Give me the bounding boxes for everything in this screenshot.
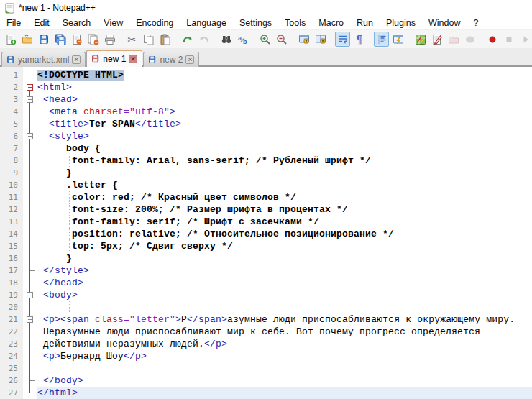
replace-button[interactable]: ab bbox=[235, 32, 250, 47]
fold-line bbox=[29, 326, 30, 338]
menu-item-run[interactable]: Run bbox=[350, 17, 380, 29]
paste-button[interactable] bbox=[157, 32, 173, 47]
menu-item-plugins[interactable]: Plugins bbox=[380, 17, 422, 29]
close-file-icon bbox=[71, 34, 83, 45]
zoom-in-button[interactable] bbox=[257, 32, 272, 47]
tab-close-icon[interactable]: ✕ bbox=[185, 55, 194, 64]
fold-collapse-icon[interactable] bbox=[27, 84, 33, 91]
indent-guide-line bbox=[69, 216, 70, 228]
indent-guide-icon bbox=[376, 34, 387, 45]
menu-item-tools[interactable]: Tools bbox=[278, 17, 312, 29]
menu-item-view[interactable]: View bbox=[97, 17, 129, 29]
fold-collapse-icon[interactable] bbox=[27, 96, 33, 103]
print-button[interactable] bbox=[102, 32, 117, 47]
menu-item-help[interactable]: ? bbox=[467, 17, 485, 29]
code-line-12[interactable]: font-size: 200%; /* Размер шрифта в проц… bbox=[37, 203, 532, 216]
line-number: 17 bbox=[0, 265, 23, 277]
close-all-button[interactable] bbox=[86, 32, 101, 47]
code-token: > bbox=[170, 106, 175, 117]
code-line-3[interactable]: <head> bbox=[37, 93, 532, 106]
project-folder-icon bbox=[448, 34, 459, 45]
fold-collapse-icon[interactable] bbox=[27, 316, 33, 323]
fold-line bbox=[29, 106, 30, 118]
line-number: 3 bbox=[0, 93, 23, 106]
document-map-button[interactable] bbox=[390, 32, 405, 47]
record-macro-button[interactable] bbox=[485, 32, 500, 47]
edit-with-pen-icon bbox=[431, 34, 443, 45]
tab-new-1[interactable]: new 1✕ bbox=[86, 50, 142, 67]
indent-guide-button[interactable] bbox=[374, 32, 389, 47]
fold-cell bbox=[23, 265, 37, 277]
close-file-button[interactable] bbox=[69, 32, 84, 47]
fold-cell bbox=[23, 252, 37, 265]
fold-line bbox=[29, 228, 30, 240]
fold-line bbox=[29, 203, 30, 216]
code-line-20[interactable] bbox=[37, 301, 532, 313]
code-line-8[interactable]: font-family: Arial, sans-serif; /* Рубле… bbox=[37, 155, 532, 167]
tab-close-icon[interactable]: ✕ bbox=[72, 55, 81, 64]
editor[interactable]: 1234567891011121314151617181920212223242… bbox=[0, 67, 532, 399]
show-all-chars-button[interactable]: ¶ bbox=[352, 32, 367, 47]
menu-item-window[interactable]: Window bbox=[422, 17, 467, 29]
code-token: <head> bbox=[37, 94, 78, 105]
fold-line bbox=[29, 191, 30, 203]
copy-icon bbox=[143, 34, 155, 45]
show-all-chars-icon: ¶ bbox=[354, 34, 365, 45]
code-token: <title> bbox=[37, 119, 89, 129]
code-line-19[interactable]: <body> bbox=[37, 289, 532, 301]
menu-item-macro[interactable]: Macro bbox=[312, 17, 350, 29]
tab-yamarket-xml[interactable]: yamarket.xml✕ bbox=[1, 52, 86, 67]
sync-vertical-button[interactable] bbox=[296, 32, 311, 47]
tab-new-2[interactable]: new 2✕ bbox=[143, 52, 199, 67]
line-number: 11 bbox=[0, 191, 23, 203]
menu-item-file[interactable]: File bbox=[0, 17, 27, 29]
find-button[interactable] bbox=[219, 32, 234, 47]
code-line-11[interactable]: color: red; /* Красный цвет символов */ bbox=[37, 191, 532, 203]
menu-item-search[interactable]: Search bbox=[56, 17, 98, 29]
code-line-1[interactable]: <!DOCTYPE HTML> bbox=[37, 69, 532, 81]
code-line-24[interactable]: <p>Бернард Шоу</p> bbox=[37, 350, 532, 362]
word-wrap-button[interactable] bbox=[335, 32, 350, 47]
code-token: <meta bbox=[37, 106, 83, 117]
save-button[interactable] bbox=[36, 32, 51, 47]
code-line-17[interactable]: </style> bbox=[37, 265, 532, 277]
menu-item-encoding[interactable]: Encoding bbox=[129, 17, 180, 29]
cut-button[interactable]: ✂ bbox=[124, 32, 139, 47]
code-line-6[interactable]: <style> bbox=[37, 130, 532, 142]
code-line-22[interactable]: Неразумные люди приспосабливают мир к се… bbox=[37, 326, 532, 338]
code-area[interactable]: <!DOCTYPE HTML><html> <head> <meta chars… bbox=[37, 67, 532, 399]
new-file-button[interactable] bbox=[3, 32, 18, 47]
replace-icon: ab bbox=[237, 34, 249, 45]
code-line-13[interactable]: font-family: serif; /* Шрифт с засечками… bbox=[37, 216, 532, 228]
code-line-27[interactable]: </html> bbox=[37, 387, 532, 399]
code-line-25[interactable] bbox=[37, 362, 532, 375]
view-in-browser-button[interactable] bbox=[413, 32, 428, 47]
tab-close-icon[interactable]: ✕ bbox=[129, 55, 137, 63]
code-line-16[interactable]: } bbox=[37, 252, 532, 265]
code-token: </html> bbox=[37, 387, 78, 398]
menu-item-settings[interactable]: Settings bbox=[233, 17, 278, 29]
menu-item-edit[interactable]: Edit bbox=[27, 17, 56, 29]
sync-horizontal-button[interactable] bbox=[313, 32, 328, 47]
code-line-21[interactable]: <p><span class="letter">Р</span>азумные … bbox=[37, 313, 532, 326]
zoom-out-button[interactable] bbox=[274, 32, 289, 47]
code-line-10[interactable]: .letter { bbox=[37, 179, 532, 191]
code-line-18[interactable]: </head> bbox=[37, 277, 532, 289]
save-all-button[interactable] bbox=[52, 32, 68, 47]
menu-item-language[interactable]: Language bbox=[180, 17, 233, 29]
fold-collapse-icon[interactable] bbox=[27, 133, 33, 139]
open-folder-button[interactable] bbox=[19, 32, 35, 47]
code-line-4[interactable]: <meta charset="utf-8"> bbox=[37, 106, 532, 118]
edit-with-pen-button[interactable] bbox=[429, 32, 444, 47]
code-line-2[interactable]: <html> bbox=[37, 81, 532, 93]
copy-button[interactable] bbox=[141, 32, 156, 47]
code-line-5[interactable]: <title>Ter SPAN</title> bbox=[37, 118, 532, 130]
code-line-23[interactable]: действиями неразумных людей.</p> bbox=[37, 338, 532, 350]
code-line-14[interactable]: position: relative; /* Относительное поз… bbox=[37, 228, 532, 240]
code-line-7[interactable]: body { bbox=[37, 142, 532, 155]
code-line-15[interactable]: top: 5px; /* Сдвиг сверху */ bbox=[37, 240, 532, 252]
undo-button[interactable] bbox=[180, 32, 195, 47]
fold-collapse-icon[interactable] bbox=[27, 292, 33, 298]
code-line-26[interactable]: </body> bbox=[37, 375, 532, 387]
code-line-9[interactable]: } bbox=[37, 167, 532, 179]
